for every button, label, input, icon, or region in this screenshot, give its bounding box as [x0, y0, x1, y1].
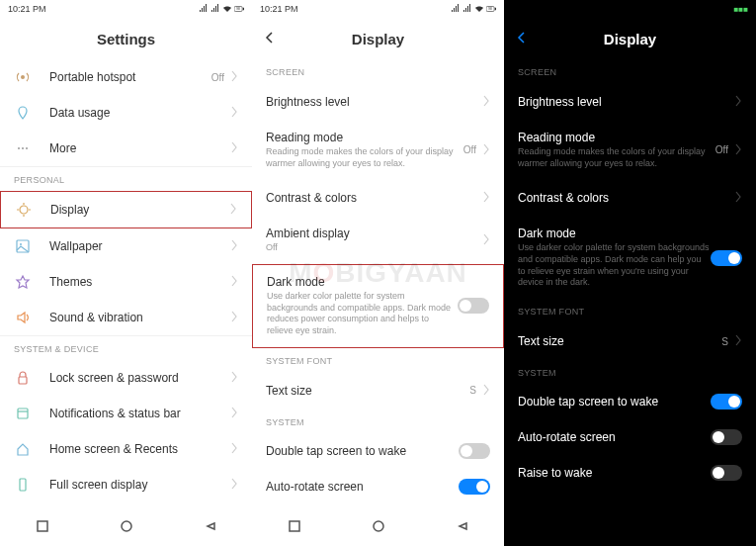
row-value: Off: [715, 144, 728, 155]
chevron-right-icon: [230, 405, 238, 422]
row-subtitle: Reading mode makes the colors of your di…: [518, 146, 715, 169]
settings-row-sound-vibration[interactable]: Sound & vibration: [0, 300, 252, 335]
display-list[interactable]: SCREEN Brightness level Reading mode Rea…: [252, 59, 504, 510]
display-row-double-tap-screen-to-wake[interactable]: Double tap screen to wake: [252, 433, 504, 469]
chevron-right-icon: [482, 189, 490, 207]
row-label: Auto-rotate screen: [518, 430, 711, 444]
chevron-right-icon: [734, 93, 742, 111]
row-label: Data usage: [49, 106, 230, 120]
display-row-contrast-colors[interactable]: Contrast & colors: [504, 179, 756, 217]
svg-point-5: [22, 147, 24, 149]
wallpaper-icon: [14, 237, 32, 255]
display-row-brightness-level[interactable]: Brightness level: [252, 83, 504, 121]
svg-point-7: [20, 206, 28, 214]
svg-rect-10: [19, 377, 27, 384]
chevron-right-icon: [230, 273, 238, 291]
display-screen-dark: ■■■ Display SCREEN Brightness level Read…: [504, 0, 756, 546]
settings-row-lock-screen-password[interactable]: Lock screen & password: [0, 360, 252, 396]
toggle-switch[interactable]: [711, 429, 742, 445]
hotspot-icon: [14, 68, 32, 86]
display-row-dark-mode[interactable]: Dark mode Use darker color palette for s…: [504, 217, 756, 299]
chevron-right-icon: [230, 68, 238, 86]
display-row-ambient-display[interactable]: Ambient display Off: [252, 217, 504, 264]
chevron-right-icon: [230, 139, 238, 157]
toggle-switch[interactable]: [711, 465, 742, 481]
nav-back[interactable]: [36, 519, 49, 537]
nav-back[interactable]: [288, 519, 301, 537]
display-row-reading-mode[interactable]: Reading mode Reading mode makes the colo…: [252, 121, 504, 179]
settings-pre-items: Portable hotspot Off Data usage More: [0, 59, 252, 166]
settings-row-notifications-status-bar[interactable]: Notifications & status bar: [0, 396, 252, 431]
signal-icon: [210, 4, 220, 14]
row-label: Notifications & status bar: [49, 407, 230, 420]
svg-point-17: [122, 521, 131, 531]
toggle-switch[interactable]: [459, 443, 490, 459]
row-label: Double tap screen to wake: [518, 395, 711, 409]
section-header: SCREEN: [504, 59, 756, 83]
svg-text:98: 98: [236, 7, 240, 11]
settings-list[interactable]: Portable hotspot Off Data usage More PER…: [0, 59, 252, 510]
svg-rect-16: [38, 521, 47, 531]
section-header: SCREEN: [252, 59, 504, 83]
navbar: [0, 510, 252, 546]
display-list-dark[interactable]: SCREEN Brightness level Reading mode Rea…: [504, 59, 756, 546]
chevron-right-icon: [230, 476, 238, 494]
chevron-right-icon: [482, 231, 490, 249]
display-row-text-size[interactable]: Text size S: [504, 322, 756, 360]
row-label: Contrast & colors: [518, 191, 734, 205]
row-label: Dark mode: [267, 275, 458, 289]
back-button[interactable]: [264, 30, 276, 47]
row-label: Brightness level: [518, 95, 734, 109]
display-row-dark-mode[interactable]: Dark mode Use darker color palette for s…: [252, 264, 504, 348]
display-row-contrast-colors[interactable]: Contrast & colors: [252, 179, 504, 217]
page-title: Display: [352, 31, 404, 47]
toggle-switch[interactable]: [711, 250, 742, 266]
display-row-raise-to-wake[interactable]: Raise to wake: [504, 455, 756, 491]
nav-recents[interactable]: [204, 519, 217, 537]
signal-icon: [199, 4, 209, 14]
settings-row-themes[interactable]: Themes: [0, 264, 252, 300]
row-subtitle: Use darker color palette for system back…: [518, 242, 711, 289]
row-label: Auto-rotate screen: [266, 480, 459, 494]
settings-row-wallpaper[interactable]: Wallpaper: [0, 228, 252, 264]
back-button[interactable]: [516, 30, 528, 47]
status-icons: 98: [451, 4, 496, 14]
chevron-right-icon: [734, 141, 742, 159]
settings-row-more[interactable]: More: [0, 131, 252, 166]
row-label: Portable hotspot: [49, 70, 211, 84]
chevron-right-icon: [734, 332, 742, 350]
display-row-double-tap-screen-to-wake[interactable]: Double tap screen to wake: [504, 384, 756, 419]
display-row-reading-mode[interactable]: Reading mode Reading mode makes the colo…: [504, 121, 756, 179]
toggle-switch[interactable]: [711, 394, 742, 410]
display-row-text-size[interactable]: Text size S: [252, 372, 504, 410]
section-header: SYSTEM FONT: [504, 299, 756, 322]
settings-row-data-usage[interactable]: Data usage: [0, 95, 252, 131]
settings-row-portable-hotspot[interactable]: Portable hotspot Off: [0, 59, 252, 95]
battery-icon: ■■■: [734, 5, 749, 14]
settings-row-display[interactable]: Display: [0, 191, 252, 228]
display-row-brightness-level[interactable]: Brightness level: [504, 83, 756, 121]
display-row-auto-rotate-screen[interactable]: Auto-rotate screen: [504, 419, 756, 455]
toggle-switch[interactable]: [459, 479, 490, 495]
section-header: SYSTEM: [252, 410, 504, 433]
settings-row-home-screen-recents[interactable]: Home screen & Recents: [0, 431, 252, 467]
display-row-auto-rotate-screen[interactable]: Auto-rotate screen: [252, 469, 504, 504]
nav-home[interactable]: [372, 519, 385, 537]
chevron-right-icon: [482, 141, 490, 159]
row-label: Sound & vibration: [49, 311, 230, 324]
row-label: Text size: [518, 334, 721, 348]
chevron-right-icon: [230, 440, 238, 458]
battery-icon: 98: [486, 4, 496, 14]
svg-rect-21: [290, 521, 299, 531]
settings-row-second-space[interactable]: Second space: [0, 502, 252, 510]
settings-row-full-screen-display[interactable]: Full screen display: [0, 467, 252, 502]
row-label: Dark mode: [518, 227, 711, 240]
section-header: PERSONAL: [0, 167, 252, 191]
wifi-icon: [474, 4, 484, 14]
row-value: S: [721, 336, 728, 347]
row-value: S: [469, 385, 476, 396]
nav-recents[interactable]: [456, 519, 469, 537]
nav-home[interactable]: [120, 519, 133, 537]
row-subtitle: Off: [266, 242, 482, 254]
toggle-switch[interactable]: [458, 298, 489, 314]
